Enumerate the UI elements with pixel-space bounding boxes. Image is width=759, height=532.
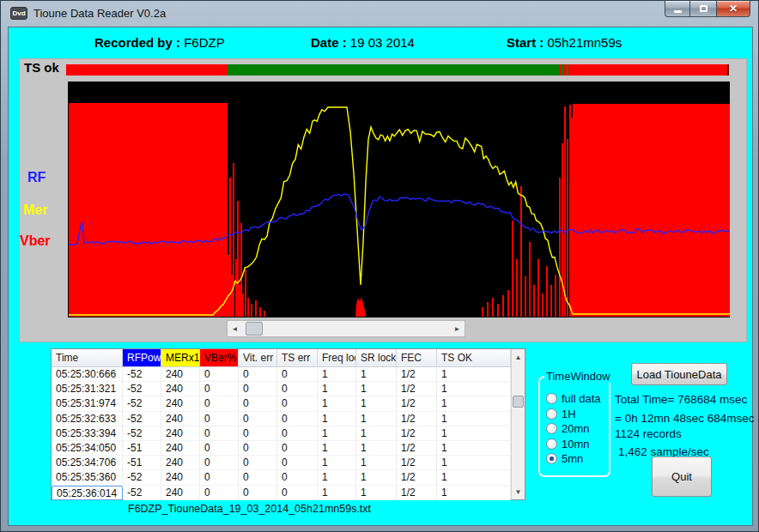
table-cell[interactable]: 240	[161, 426, 200, 441]
quit-button[interactable]: Quit	[652, 456, 712, 497]
table-row[interactable]: 05:25:31:321-52240000111/21	[52, 382, 525, 396]
table-cell[interactable]: 0	[200, 412, 239, 426]
table-cell[interactable]: 1	[318, 426, 356, 441]
close-button[interactable]: ✕	[716, 1, 750, 17]
table-cell[interactable]: 1	[318, 396, 356, 411]
table-cell[interactable]: 0	[239, 486, 277, 500]
table-cell[interactable]: 1	[356, 441, 397, 456]
table-cell[interactable]: 1	[437, 382, 511, 396]
table-cell[interactable]: 1	[356, 367, 397, 382]
table-cell[interactable]: 0	[200, 396, 239, 411]
table-cell[interactable]: 1	[356, 456, 397, 470]
table-cell[interactable]: 1	[437, 412, 511, 426]
table-cell[interactable]: -52	[123, 382, 161, 396]
timewindow-option-1H[interactable]: 1H	[546, 407, 609, 421]
table-cell[interactable]: 0	[200, 426, 239, 441]
timewindow-option-5mn[interactable]: 5mn	[546, 451, 609, 466]
column-header-time[interactable]: Time	[52, 349, 123, 366]
table-cell[interactable]: 0	[239, 412, 277, 426]
column-header-fec[interactable]: FEC	[397, 349, 437, 366]
table-cell[interactable]: 1	[356, 382, 397, 396]
table-row[interactable]: 05:25:34:706-51240000111/21	[52, 456, 525, 470]
table-cell[interactable]: 05:25:31:321	[52, 382, 123, 396]
table-cell[interactable]: 240	[161, 441, 200, 456]
table-cell[interactable]: -51	[123, 441, 161, 456]
table-cell[interactable]: 05:25:33:394	[52, 426, 123, 441]
timewindow-option-full-data[interactable]: full data	[546, 391, 609, 406]
table-row[interactable]: 05:25:30:666-52240000111/21	[52, 367, 525, 382]
table-cell[interactable]: 240	[161, 486, 200, 500]
table-cell[interactable]: 240	[161, 470, 200, 485]
table-cell[interactable]: 1	[437, 367, 511, 382]
table-cell[interactable]: 240	[161, 412, 200, 426]
scroll-down-arrow-icon[interactable]: ▼	[512, 484, 525, 499]
table-cell[interactable]: 05:25:34:050	[52, 441, 123, 456]
table-cell[interactable]: -51	[123, 456, 161, 470]
table-cell[interactable]: 1	[318, 412, 356, 426]
column-header-ts-ok[interactable]: TS OK	[437, 349, 511, 366]
column-header-freq-lock[interactable]: Freq lock	[318, 349, 356, 366]
table-cell[interactable]: 1	[318, 367, 356, 382]
table-row[interactable]: 05:25:33:394-52240000111/21	[52, 426, 525, 441]
table-vertical-scrollbar[interactable]: ▲ ▼	[511, 349, 525, 499]
table-cell[interactable]: 0	[200, 441, 239, 456]
table-cell[interactable]: 240	[161, 367, 200, 382]
table-cell[interactable]: 1/2	[397, 486, 437, 500]
table-cell[interactable]: 0	[277, 470, 318, 485]
column-header-sr-lock[interactable]: SR lock	[356, 349, 397, 366]
table-cell[interactable]: 0	[239, 426, 277, 441]
chart-horizontal-scrollbar[interactable]: ◄ ►	[227, 320, 465, 337]
table-cell[interactable]: 0	[277, 486, 318, 500]
table-cell[interactable]: 0	[239, 470, 277, 485]
table-cell[interactable]: 1/2	[397, 441, 437, 456]
table-cell[interactable]: 1	[318, 470, 356, 485]
table-cell[interactable]: 0	[200, 367, 239, 382]
table-cell[interactable]: 0	[239, 382, 277, 396]
table-row[interactable]: 05:25:32:633-52240000111/21	[52, 412, 525, 426]
table-row[interactable]: 05:25:36:014-52240000111/21	[52, 486, 525, 500]
table-cell[interactable]: 1	[437, 470, 511, 485]
table-cell[interactable]: -52	[123, 470, 161, 485]
table-cell[interactable]: -52	[123, 486, 161, 500]
table-cell[interactable]: 1/2	[397, 412, 437, 426]
table-row[interactable]: 05:25:34:050-51240000111/21	[52, 441, 525, 456]
table-cell[interactable]: 240	[161, 382, 200, 396]
table-cell[interactable]: 1	[437, 456, 511, 470]
table-cell[interactable]: 1	[356, 426, 397, 441]
chart-scrollbar-thumb[interactable]	[246, 322, 263, 336]
table-cell[interactable]: 0	[277, 412, 318, 426]
table-cell[interactable]: 1	[437, 426, 511, 441]
table-cell[interactable]: 0	[277, 456, 318, 470]
table-cell[interactable]: 0	[200, 486, 239, 500]
table-cell[interactable]: 1/2	[397, 470, 437, 485]
radio-icon[interactable]	[546, 453, 557, 464]
column-header-rfpower[interactable]: RFPower	[123, 349, 161, 366]
titlebar[interactable]: Dvd Tioune Data Reader V0.2a ✕	[1, 1, 758, 27]
table-cell[interactable]: 0	[239, 441, 277, 456]
table-cell[interactable]: 1	[437, 441, 511, 456]
radio-icon[interactable]	[546, 408, 557, 420]
table-cell[interactable]: 05:25:30:666	[52, 367, 123, 382]
table-cell[interactable]: 1	[318, 382, 356, 396]
maximize-button[interactable]	[690, 1, 716, 17]
table-cell[interactable]: 0	[277, 441, 318, 456]
table-cell[interactable]: -52	[123, 412, 161, 426]
scroll-left-arrow-icon[interactable]: ◄	[228, 321, 242, 336]
radio-icon[interactable]	[546, 423, 557, 434]
table-cell[interactable]: 240	[161, 396, 200, 411]
table-cell[interactable]: 1	[356, 396, 397, 411]
table-cell[interactable]: 1/2	[397, 456, 437, 470]
timewindow-option-20mn[interactable]: 20mn	[546, 421, 609, 436]
table-cell[interactable]: 0	[239, 456, 277, 470]
table-cell[interactable]: 1	[437, 486, 511, 500]
table-cell[interactable]: 1	[356, 486, 397, 500]
scroll-up-arrow-icon[interactable]: ▲	[512, 349, 525, 365]
table-cell[interactable]: 0	[277, 382, 318, 396]
table-cell[interactable]: 0	[239, 396, 277, 411]
table-scrollbar-thumb[interactable]	[513, 396, 524, 408]
table-cell[interactable]: 1	[318, 456, 356, 470]
table-cell[interactable]: 1/2	[397, 426, 437, 441]
column-header-vber-[interactable]: VBer%	[200, 349, 239, 366]
table-cell[interactable]: -52	[123, 396, 161, 411]
table-cell[interactable]: 0	[239, 367, 277, 382]
